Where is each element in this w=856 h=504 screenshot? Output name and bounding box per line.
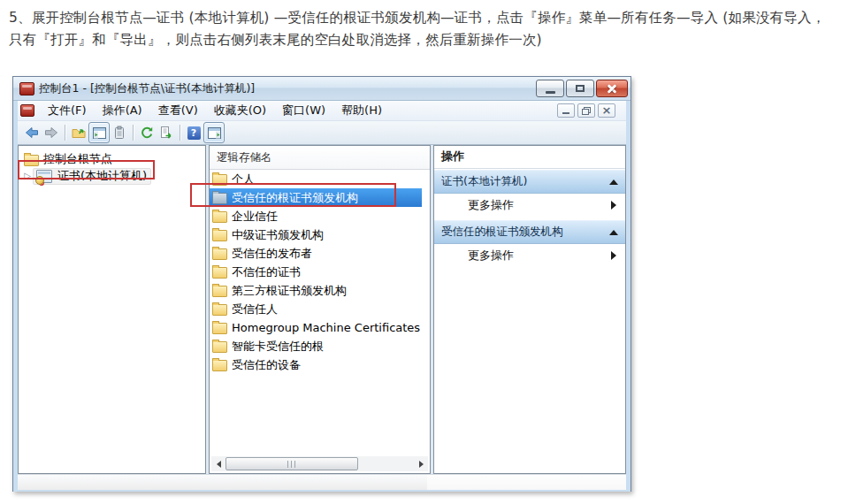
expand-icon xyxy=(611,251,616,260)
scroll-left-button[interactable] xyxy=(211,456,225,471)
help-button[interactable]: ? xyxy=(184,123,203,142)
forward-icon xyxy=(44,126,58,140)
back-button[interactable] xyxy=(22,123,42,142)
list-item[interactable]: Homegroup Machine Certificates xyxy=(210,318,422,337)
folder-icon xyxy=(212,323,227,334)
instruction-line-2: 只有『打开』和『导出』，则点击右侧列表末尾的空白处取消选择，然后重新操作一次) xyxy=(9,29,849,51)
folder-icon xyxy=(212,248,227,260)
list-item[interactable]: 受信任的发布者 xyxy=(210,244,422,263)
list-item-label: 受信任人 xyxy=(232,302,278,317)
help-icon: ? xyxy=(187,126,201,140)
export-list-button[interactable] xyxy=(157,123,176,142)
folder-icon xyxy=(212,360,227,371)
titlebar[interactable]: 控制台1 - [控制台根节点\证书(本地计算机)] xyxy=(13,77,631,101)
scrollbar-track[interactable] xyxy=(225,456,414,471)
page: 5、展开控制台根节点—证书 (本地计算机) —受信任的根证书颁发机构—证书，点击… xyxy=(0,0,856,504)
scroll-right-icon xyxy=(419,461,424,468)
list-item-label: 受信任的设备 xyxy=(232,357,301,373)
mmc-app-icon xyxy=(20,104,34,117)
minimize-icon xyxy=(546,91,555,94)
menubar: 文件(F) 操作(A) 查看(V) 收藏夹(O) 窗口(W) 帮助(H) × xyxy=(18,101,626,121)
action-pane-toggle-icon xyxy=(208,127,221,139)
refresh-button[interactable] xyxy=(137,123,157,142)
action-section-trusted-root[interactable]: 受信任的根证书颁发机构 xyxy=(434,220,625,244)
list-item[interactable]: 受信任的设备 xyxy=(210,355,422,374)
toolbar-separator xyxy=(65,125,65,141)
menu-action[interactable]: 操作(A) xyxy=(95,101,150,120)
folder-icon xyxy=(212,341,227,353)
toolbar-separator xyxy=(133,125,134,141)
list-item-label: 中级证书颁发机构 xyxy=(232,227,324,243)
titlebar-buttons xyxy=(534,80,628,97)
minimize-button[interactable] xyxy=(536,80,564,97)
window-title: 控制台1 - [控制台根节点\证书(本地计算机)] xyxy=(39,81,534,96)
more-actions-item[interactable]: 更多操作 xyxy=(434,244,625,267)
menu-favorites[interactable]: 收藏夹(O) xyxy=(206,101,274,120)
annotation-box-trusted-root xyxy=(190,183,396,207)
list-item[interactable]: 第三方根证书颁发机构 xyxy=(210,281,422,300)
list-item-label: 第三方根证书颁发机构 xyxy=(232,283,347,299)
more-actions-label: 更多操作 xyxy=(468,248,611,263)
list-item-label: Homegroup Machine Certificates xyxy=(232,321,420,334)
instruction-text: 5、展开控制台根节点—证书 (本地计算机) —受信任的根证书颁发机构—证书，点击… xyxy=(9,7,849,51)
scroll-left-icon xyxy=(217,461,221,468)
up-folder-icon xyxy=(72,126,86,140)
scrollbar-thumb[interactable] xyxy=(225,457,358,470)
instruction-line-1: 5、展开控制台根节点—证书 (本地计算机) —受信任的根证书颁发机构—证书，点击… xyxy=(9,7,849,29)
horizontal-scrollbar[interactable] xyxy=(211,456,428,471)
action-section-title: 证书(本地计算机) xyxy=(441,174,609,189)
collapse-icon[interactable] xyxy=(609,230,618,235)
action-section-title: 受信任的根证书颁发机构 xyxy=(441,225,609,240)
list-item[interactable]: 不信任的证书 xyxy=(210,263,422,281)
console-tree-toggle-icon xyxy=(93,127,106,139)
export-list-icon xyxy=(159,126,173,140)
list-item-label: 企业信任 xyxy=(232,209,278,225)
folder-icon xyxy=(212,211,227,223)
toolbar-separator xyxy=(180,125,180,141)
forward-button[interactable] xyxy=(42,123,61,142)
collapse-icon[interactable] xyxy=(609,179,618,185)
list-item-label: 不信任的证书 xyxy=(232,264,301,280)
back-icon xyxy=(25,126,39,140)
more-actions-item[interactable]: 更多操作 xyxy=(434,194,625,217)
close-icon xyxy=(607,83,617,94)
list-column-header[interactable]: 逻辑存储名 xyxy=(210,146,430,170)
up-folder-button[interactable] xyxy=(69,123,88,142)
maximize-button[interactable] xyxy=(566,80,594,97)
action-pane-toggle-button[interactable] xyxy=(203,122,225,143)
folder-icon xyxy=(212,267,227,279)
actions-pane: 操作 证书(本地计算机) 更多操作 受信任的根证书颁发机构 更多操作 xyxy=(433,145,626,474)
mdi-restore-button[interactable] xyxy=(577,103,595,118)
more-actions-label: 更多操作 xyxy=(468,197,611,213)
menu-window[interactable]: 窗口(W) xyxy=(274,101,333,120)
mdi-minimize-button[interactable] xyxy=(557,103,575,118)
annotation-box-tree-certificates xyxy=(18,160,155,179)
scroll-right-button[interactable] xyxy=(414,456,428,471)
paste-button[interactable] xyxy=(110,123,129,142)
expand-icon xyxy=(611,201,616,210)
toolbar: ? xyxy=(18,121,626,145)
menu-view[interactable]: 查看(V) xyxy=(150,101,206,120)
mmc-app-icon xyxy=(19,82,34,95)
close-button[interactable] xyxy=(596,80,628,97)
console-tree-toggle-button[interactable] xyxy=(88,122,110,143)
mmc-window: 控制台1 - [控制台根节点\证书(本地计算机)] 文件(F) 操作(A) 查看… xyxy=(12,76,631,492)
list-item[interactable]: 受信任人 xyxy=(210,300,422,318)
list-item[interactable]: 中级证书颁发机构 xyxy=(210,225,422,244)
refresh-icon xyxy=(140,126,154,140)
maximize-icon xyxy=(576,85,585,92)
mdi-close-button[interactable]: × xyxy=(598,103,615,118)
statusbar xyxy=(18,474,626,490)
action-section-certificates[interactable]: 证书(本地计算机) xyxy=(434,170,625,194)
menu-file[interactable]: 文件(F) xyxy=(40,101,95,120)
mdi-minimize-icon xyxy=(562,112,569,114)
actions-pane-title: 操作 xyxy=(434,146,625,169)
mdi-restore-icon xyxy=(582,107,591,115)
list-item-label: 智能卡受信任的根 xyxy=(232,339,324,355)
clipboard-icon xyxy=(112,126,126,140)
list-item[interactable]: 智能卡受信任的根 xyxy=(210,337,422,355)
console-tree-pane: 控制台根节点 ▷ 证书(本地计算机) xyxy=(18,145,206,474)
menu-help[interactable]: 帮助(H) xyxy=(333,101,390,120)
folder-icon xyxy=(212,286,227,297)
list-item[interactable]: 企业信任 xyxy=(210,207,422,225)
